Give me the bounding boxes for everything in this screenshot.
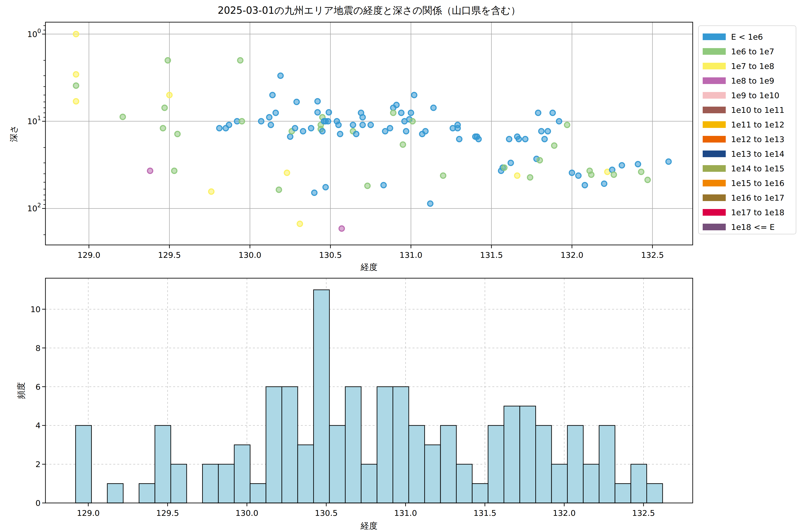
legend-entry: 1e6 to 1e7 <box>699 44 796 59</box>
legend-entry: 1e12 to 1e13 <box>699 132 796 147</box>
histogram-plot: 129.0129.5130.0130.5131.0131.5132.0132.5… <box>0 0 798 532</box>
legend-swatch <box>703 180 726 186</box>
histogram-bar <box>393 387 409 503</box>
histogram-y-tick-label: 10 <box>31 305 41 314</box>
legend-swatch <box>703 121 726 128</box>
histogram-bar <box>615 484 631 503</box>
histogram-bar <box>456 464 472 503</box>
legend-label: 1e8 to 1e9 <box>731 76 774 86</box>
histogram-bar <box>329 425 345 503</box>
histogram-bar <box>298 445 314 503</box>
histogram-x-tick-label: 131.0 <box>394 509 417 518</box>
histogram-y-tick-label: 4 <box>36 421 41 430</box>
legend-entry: 1e10 to 1e11 <box>699 102 796 117</box>
histogram-bar <box>203 464 218 503</box>
legend-swatch <box>703 209 726 216</box>
histogram-y-axis-label: 頻度 <box>16 382 27 399</box>
legend-label: 1e18 <= E <box>731 223 775 232</box>
legend-swatch <box>703 77 726 84</box>
histogram-bar <box>139 484 155 503</box>
legend-swatch <box>703 165 726 172</box>
histogram-bar <box>76 425 92 503</box>
legend-label: 1e17 to 1e18 <box>731 208 784 217</box>
histogram-x-tick-label: 131.5 <box>474 509 496 518</box>
histogram-x-tick-label: 129.5 <box>156 509 179 518</box>
histogram-bar <box>440 425 456 503</box>
legend-label: 1e14 to 1e15 <box>731 164 784 173</box>
histogram-bar <box>631 464 647 503</box>
histogram-x-tick-label: 130.0 <box>235 509 258 518</box>
legend-label: 1e13 to 1e14 <box>731 149 784 158</box>
histogram-y-tick-label: 0 <box>36 498 41 508</box>
legend-entry: 1e14 to 1e15 <box>699 161 796 176</box>
histogram-bar <box>361 464 377 503</box>
legend-label: 1e9 to 1e10 <box>731 91 779 100</box>
histogram-bar <box>599 425 615 503</box>
figure: 2025-03-01の九州エリア地震の経度と深さの関係（山口県を含む） 129.… <box>0 0 798 532</box>
legend-swatch <box>703 194 726 201</box>
scatter-y-axis-label: 深さ <box>8 125 19 142</box>
histogram-bar <box>171 464 187 503</box>
legend-label: 1e11 to 1e12 <box>731 120 784 129</box>
histogram-y-tick-label: 8 <box>36 344 41 353</box>
legend-entry: E < 1e6 <box>699 30 796 44</box>
histogram-bar <box>647 484 663 503</box>
histogram-bar <box>425 445 441 503</box>
histogram-x-tick-label: 132.0 <box>553 509 576 518</box>
histogram-bar <box>520 406 536 503</box>
histogram-bar <box>536 425 552 503</box>
legend-entry: 1e18 <= E <box>699 220 796 234</box>
histogram-bar <box>568 425 584 503</box>
histogram-bar <box>107 484 123 503</box>
legend-entry: 1e13 to 1e14 <box>699 147 796 161</box>
histogram-x-tick-label: 129.0 <box>77 509 100 518</box>
legend-swatch <box>703 92 726 99</box>
legend-label: 1e7 to 1e8 <box>731 62 774 71</box>
histogram-bar <box>250 484 266 503</box>
legend-label: 1e12 to 1e13 <box>731 135 784 144</box>
legend-entry: 1e16 to 1e17 <box>699 190 796 205</box>
legend-label: 1e6 to 1e7 <box>731 47 774 56</box>
histogram-bar <box>377 387 393 503</box>
histogram-bar <box>282 387 298 503</box>
legend-entry: 1e11 to 1e12 <box>699 117 796 132</box>
legend-swatch <box>703 34 726 40</box>
histogram-bar <box>155 425 171 503</box>
legend-label: E < 1e6 <box>731 32 763 41</box>
legend-swatch <box>703 107 726 113</box>
legend-label: 1e10 to 1e11 <box>731 106 784 115</box>
histogram-y-tick-label: 2 <box>36 460 41 469</box>
legend-swatch <box>703 224 726 230</box>
histogram-x-tick-label: 132.5 <box>632 509 655 518</box>
legend-swatch <box>703 48 726 55</box>
legend-box: E < 1e61e6 to 1e71e7 to 1e81e8 to 1e91e9… <box>698 25 796 234</box>
legend-swatch <box>703 136 726 142</box>
histogram-x-axis-label: 経度 <box>361 520 378 532</box>
legend-label: 1e16 to 1e17 <box>731 193 784 202</box>
legend-swatch <box>703 63 726 69</box>
histogram-bar <box>551 464 568 503</box>
histogram-bar <box>266 387 282 503</box>
histogram-bar <box>472 484 488 503</box>
histogram-bar <box>234 445 250 503</box>
legend-entry: 1e17 to 1e18 <box>699 205 796 220</box>
histogram-bar <box>409 425 425 503</box>
legend-entry: 1e9 to 1e10 <box>699 88 796 102</box>
legend-entry: 1e7 to 1e8 <box>699 59 796 73</box>
histogram-bar <box>314 290 330 503</box>
legend-swatch <box>703 151 726 157</box>
histogram-x-tick-label: 130.5 <box>315 509 338 518</box>
histogram-bar <box>504 406 520 503</box>
legend-entry: 1e8 to 1e9 <box>699 73 796 88</box>
histogram-y-tick-label: 6 <box>36 382 41 392</box>
histogram-bar <box>345 387 361 503</box>
histogram-bar <box>488 425 504 503</box>
legend-entry: 1e15 to 1e16 <box>699 176 796 190</box>
scatter-x-axis-label: 経度 <box>361 262 378 273</box>
histogram-bar <box>218 464 234 503</box>
histogram-bar <box>583 464 599 503</box>
legend-label: 1e15 to 1e16 <box>731 179 784 188</box>
